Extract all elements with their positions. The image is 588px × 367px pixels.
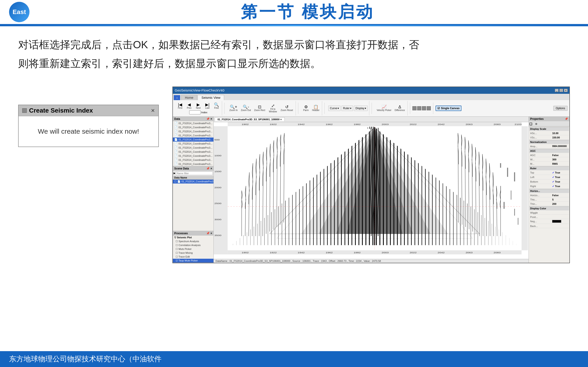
scene-data-panel-icons: 📌 × xyxy=(206,167,212,170)
toolbar-difference-button[interactable]: Δ Difference xyxy=(393,104,406,112)
layout-icon-2[interactable] xyxy=(417,106,421,110)
data-item-9-icon: 📄 xyxy=(174,154,178,158)
scene-table-row-1[interactable]: ☐ 📄 01_FS2014_CoordinatePro3... xyxy=(173,180,214,184)
paragraph-line2: 则将重新建立索引，索引建好后，数据显示窗口显示所选的数据。 xyxy=(18,58,321,69)
layout-icon-3[interactable] xyxy=(422,106,426,110)
bottom-bar-text: 东方地球物理公司物探技术研究中心（中油软件 xyxy=(9,354,162,364)
toolbar-single-canvas-button[interactable]: ☑ Single Canvas xyxy=(436,106,461,111)
data-item-2[interactable]: 📄01_FS2014_CoordinatePro3... xyxy=(173,125,214,129)
velocity-picker-icon: 📈 xyxy=(381,105,387,109)
toolbar-zoom-rect-button[interactable]: ⊡ Zoom Rect xyxy=(253,104,266,112)
index-row: Index xyxy=(189,110,207,114)
data-item-6[interactable]: 📄01_FS2014_CoordinatePro3... xyxy=(173,142,214,146)
data-item-3-icon: 📄 xyxy=(174,130,178,133)
processes-pin-icon[interactable]: 📌 xyxy=(206,232,210,235)
toolbar-options-button[interactable]: Options xyxy=(553,106,568,111)
create-seismic-index-dialog: Create Seismic Index × We will create se… xyxy=(18,105,159,147)
fit-window-icon: ⤢ xyxy=(271,104,275,108)
process-muts-picker[interactable]: ☐ Muts Picker xyxy=(173,247,214,251)
process-trace-mixing[interactable]: ☐ Trace Mixing xyxy=(173,251,214,255)
process-trace-edit[interactable]: ☐ Trace Edit xyxy=(173,255,214,259)
toolbar-zoom-out-button[interactable]: 🔍- Zoom Out xyxy=(240,104,252,112)
window-maximize-button[interactable]: □ xyxy=(559,89,563,92)
seismic-view: 01_FS2014_CoordinatePro3D_S3_SP106001_10… xyxy=(214,117,528,263)
layout-icon-4[interactable] xyxy=(427,106,431,110)
toolbar-fit-window-button[interactable]: ⤢ Fit to Window xyxy=(267,103,279,114)
data-item-6-icon: 📄 xyxy=(174,142,178,145)
process-expand-icon: ▽ xyxy=(174,236,176,239)
scene-data-close-icon[interactable]: × xyxy=(210,167,212,170)
data-item-1[interactable]: 📄01_FS2014_CoordinatePro3... xyxy=(173,121,214,125)
scene-data-panel-header: Scene Data 📌 × xyxy=(173,166,214,171)
properties-pin-icon[interactable]: 📌 xyxy=(565,117,568,121)
data-item-4[interactable]: 📄01_FS2014_CoordinatePro3... xyxy=(173,133,214,138)
data-item-10-icon: 📄 xyxy=(174,158,178,161)
toolbar-parm-button[interactable]: ⚙ Parm xyxy=(302,104,310,112)
find-icon: 🔍 xyxy=(214,103,219,107)
toolbar-curve-group: Curve▾ Ruler▾ Display▾ xyxy=(327,101,369,116)
prop-row-posit: Posit... xyxy=(529,215,569,219)
data-item-11-icon: 📄 xyxy=(174,162,178,166)
layout-icon-1[interactable] xyxy=(412,106,416,110)
data-item-7[interactable]: 📄01_FS2014_CoordinatePro3... xyxy=(173,146,214,150)
dialog-close-button[interactable]: × xyxy=(151,107,155,114)
window-close-button[interactable]: × xyxy=(564,89,568,92)
process-taup-mute-picker[interactable]: ☑ Taup Mute Picker xyxy=(173,259,214,263)
toolbar-ruler-dropdown[interactable]: Ruler▾ xyxy=(341,106,353,111)
ribbon-home-icon[interactable]: ⌂ xyxy=(174,95,180,100)
svg-text:2083: 2083 xyxy=(494,251,501,253)
properties-tab-2[interactable]: ⚙ xyxy=(535,123,537,125)
toolbar-prev-button[interactable]: ◀ Prev xyxy=(185,102,193,110)
tab-seismic-view[interactable]: Seismic View xyxy=(198,95,224,100)
zoom-reset-icon: ↺ xyxy=(285,105,289,109)
single-canvas-icon: ☑ xyxy=(437,107,440,110)
scene-data-pin-icon[interactable]: 📌 xyxy=(206,167,210,170)
left-panel: Data 📌 × 📄01_FS2014_CoordinatePro3... 📄0… xyxy=(173,117,214,263)
svg-text:500: 500 xyxy=(214,138,220,141)
data-item-8[interactable]: 📄01_FS2014_CoordinatePro3... xyxy=(173,150,214,154)
seismic-canvas: 1902 1922 1942 1962 1982 2003 2022 2042 … xyxy=(214,122,528,259)
toolbar-separator-1 xyxy=(224,103,225,114)
toolbar-find-button[interactable]: 🔍 Find xyxy=(212,102,221,110)
toolbar-zoom-in-button[interactable]: 🔍+ Zoom In xyxy=(228,104,239,112)
properties-tab-1[interactable]: 🔲 xyxy=(529,123,532,125)
toolbar-next-button[interactable]: ▶ Next xyxy=(194,102,202,110)
processes-panel-icons: 📌 × xyxy=(206,232,212,235)
svg-text:2003: 2003 xyxy=(381,251,389,253)
data-panel-pin-icon[interactable]: 📌 xyxy=(206,117,210,121)
data-item-10[interactable]: 📄01_FS2014_CoordinatePro3... xyxy=(173,158,214,162)
index-input[interactable] xyxy=(189,110,200,114)
data-item-8-icon: 📄 xyxy=(174,150,178,153)
paragraph-block: 对话框选择完成后，点击OK，如果数据已经有索引，数据显示窗口将直接打开数据，否 … xyxy=(18,35,570,73)
process-correlation-analysis[interactable]: ☐ Correlation Analysis xyxy=(173,243,214,247)
zoom-in-icon: 🔍+ xyxy=(230,105,237,109)
svg-text:1982: 1982 xyxy=(354,251,361,253)
prop-row-agc-value: AGC False xyxy=(529,153,569,157)
prop-row-ruler-top: Top ✓ True xyxy=(529,171,569,175)
data-item-9[interactable]: 📄01_FS2014_CoordinatePro3... xyxy=(173,154,214,158)
prop-row-agc-m: M... RMS xyxy=(529,162,569,166)
scene-filter-input[interactable] xyxy=(176,172,213,175)
data-panel-close-icon[interactable]: × xyxy=(210,117,212,121)
toolbar-last-button[interactable]: ▶| Last xyxy=(203,102,211,110)
processes-close-icon[interactable]: × xyxy=(210,232,212,235)
toolbar-curve-dropdown[interactable]: Curve▾ xyxy=(328,106,340,111)
data-item-11[interactable]: 📄01_FS2014_CoordinatePro3... xyxy=(173,162,214,166)
window-minimize-button[interactable]: _ xyxy=(555,89,559,92)
seismic-active-tab[interactable]: 01_FS2014_CoordinatePro3D_S3_SP106001_10… xyxy=(215,117,285,121)
toolbar-separator-2 xyxy=(298,103,298,114)
process-spectrum-analysis[interactable]: ☐ Spectrum Analysis xyxy=(173,240,214,243)
curve-dropdown-arrow: ▾ xyxy=(337,107,339,110)
toolbar-separator-4 xyxy=(372,103,372,114)
data-item-5[interactable]: 📄01_FS2014_CoordinatePro3... xyxy=(173,138,214,142)
toolbar-velocity-picker-button[interactable]: 📈 Velocity Picker xyxy=(375,104,392,112)
toolbar-header-button[interactable]: 📋 Header xyxy=(311,104,321,112)
toolbar-zoom-reset-button[interactable]: ↺ Zoom Reset xyxy=(279,104,294,112)
window-title-text: GeoSeismicView-FlowCheckV40 xyxy=(175,88,224,92)
tab-home[interactable]: Home xyxy=(181,95,197,100)
last-icon: ▶| xyxy=(205,103,210,107)
prop-row-display-scale-header: Display Scale xyxy=(529,127,569,131)
toolbar-display-dropdown[interactable]: Display▾ xyxy=(354,106,368,111)
toolbar-first-button[interactable]: |◀ First xyxy=(176,102,184,110)
data-item-3[interactable]: 📄01_FS2014_CoordinatePro3... xyxy=(173,129,214,133)
